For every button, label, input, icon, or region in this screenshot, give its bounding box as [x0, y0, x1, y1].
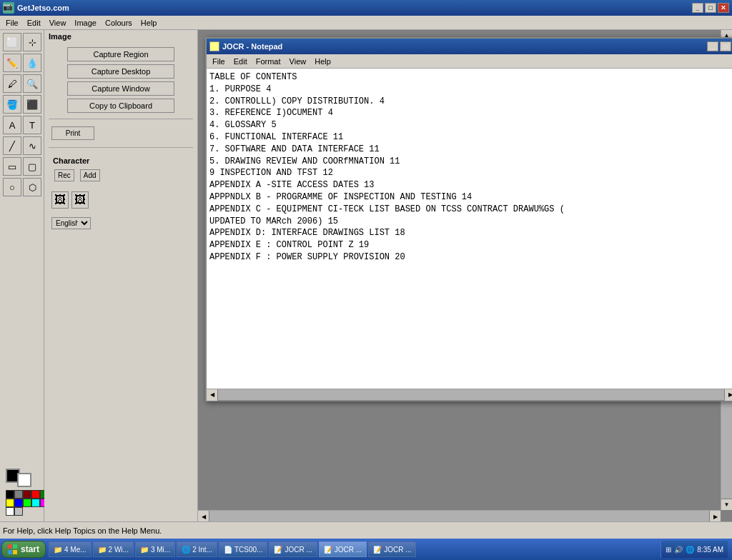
image-panel: Image Capture Region Capture Desktop Cap…: [44, 30, 198, 521]
image-panel-header: Image: [44, 30, 197, 43]
tools-row-4: 🪣 ⬛: [3, 95, 41, 114]
notepad-content-area: TABLE OF CONTENTS 1. PURPOSE 4 2. CONTRO…: [207, 69, 732, 389]
add-button[interactable]: Add: [80, 169, 100, 181]
notepad-text[interactable]: TABLE OF CONTENTS 1. PURPOSE 4 2. CONTRO…: [209, 71, 732, 386]
notepad-minimize-btn[interactable]: _: [707, 41, 718, 51]
tools-column: ⬜ ⊹ ✏️ 💧 🖊 🔍 🪣 ⬛ A T: [0, 30, 44, 521]
tools-row-8: ○ ⬡: [3, 178, 41, 196]
logo-yellow: [13, 550, 17, 554]
palette-area: [3, 466, 41, 519]
color-yellow[interactable]: [6, 499, 14, 507]
text-tool[interactable]: A: [3, 116, 21, 134]
taskbar-item-7[interactable]: 📝 JOCR ...: [368, 541, 416, 557]
notepad-icon: [209, 41, 219, 51]
divider-1: [49, 119, 193, 119]
menu-help[interactable]: Help: [137, 17, 162, 29]
taskbar-item-1[interactable]: 📁 2 Wi...: [93, 541, 134, 557]
scroll-left-btn[interactable]: ◀: [198, 511, 209, 521]
tools-row-3: 🖊 🔍: [3, 74, 41, 93]
background-color[interactable]: [17, 473, 31, 487]
tools-row-1: ⬜ ⊹: [3, 33, 41, 51]
taskbar-item-3[interactable]: 🌐 2 Int...: [177, 541, 217, 557]
notepad-menu-file[interactable]: File: [208, 56, 229, 67]
zoom-tool[interactable]: 🔍: [23, 74, 41, 93]
rec-button[interactable]: Rec: [54, 169, 74, 181]
image-panel-content: Capture Region Capture Desktop Capture W…: [44, 43, 197, 236]
print-button[interactable]: Print: [51, 126, 94, 140]
color-blue[interactable]: [14, 499, 23, 507]
close-button[interactable]: ✕: [718, 3, 729, 13]
image-thumb-1: 🖼: [51, 191, 69, 209]
color-cyan[interactable]: [31, 499, 40, 507]
menu-image[interactable]: Image: [70, 17, 101, 29]
curve-tool[interactable]: ∿: [23, 136, 41, 155]
status-text: For Help, click Help Topics on the Help …: [3, 526, 162, 535]
color-red[interactable]: [31, 490, 40, 499]
maximize-button[interactable]: □: [705, 3, 716, 13]
select-rect-tool[interactable]: ⬜: [3, 33, 21, 51]
scroll-track-h: [209, 511, 709, 521]
notepad-window: JOCR - Notepad _ □ ✕ File Edit Format Vi…: [205, 37, 732, 401]
char-section: Character Rec Add: [49, 154, 193, 186]
menu-view[interactable]: View: [45, 17, 71, 29]
rounded-rect-tool[interactable]: ▢: [23, 157, 41, 176]
start-button[interactable]: start: [1, 541, 46, 558]
color-darkred[interactable]: [23, 490, 31, 499]
type-tool[interactable]: T: [23, 116, 41, 134]
notepad-titlebar: JOCR - Notepad _ □ ✕: [207, 39, 732, 54]
rect-tool[interactable]: ▭: [3, 157, 21, 176]
notepad-window-buttons: _ □ ✕: [707, 41, 732, 51]
eyedrop-tool[interactable]: 💧: [23, 54, 41, 72]
line-tool[interactable]: ╱: [3, 136, 21, 155]
pencil-tool[interactable]: 🖊: [3, 74, 21, 93]
notepad-hscroll-left[interactable]: ◀: [207, 389, 218, 401]
taskbar-item-0[interactable]: 📁 4 Me...: [49, 541, 92, 557]
tools-row-5: A T: [3, 116, 41, 134]
notepad-menu-edit[interactable]: Edit: [229, 56, 252, 67]
language-select[interactable]: English: [51, 217, 91, 229]
notepad-hscroll-right[interactable]: ▶: [724, 389, 732, 401]
polygon-tool[interactable]: ⬡: [23, 178, 41, 196]
capture-region-button[interactable]: Capture Region: [67, 47, 174, 61]
tools-row-2: ✏️ 💧: [3, 54, 41, 72]
taskbar-item-5[interactable]: 📝 JOCR ...: [269, 541, 317, 557]
scroll-down-btn[interactable]: ▼: [721, 499, 732, 510]
fill-tool[interactable]: 🪣: [3, 95, 21, 114]
title-bar-buttons: _ □ ✕: [692, 3, 729, 13]
taskbar-item-2[interactable]: 📁 3 Mi...: [135, 541, 175, 557]
taskbar-right: ⊞ 🔊 🌐 8:35 AM: [661, 541, 731, 558]
capture-desktop-button[interactable]: Capture Desktop: [67, 64, 174, 79]
copy-clipboard-button[interactable]: Copy to Clipboard: [67, 99, 174, 113]
color-black[interactable]: [6, 490, 14, 499]
taskbar-items: 📁 4 Me... 📁 2 Wi... 📁 3 Mi... 🌐 2 Int...…: [49, 541, 416, 557]
color-white[interactable]: [6, 507, 14, 516]
taskbar-item-4[interactable]: 📄 TCS00...: [219, 541, 267, 557]
taskbar-item-6[interactable]: 📝 JOCR ...: [319, 541, 367, 557]
logo-green: [13, 544, 17, 549]
app-window: 📷 GetJetso.com _ □ ✕ File Edit View Imag…: [0, 0, 732, 560]
notepad-menu-view[interactable]: View: [285, 56, 311, 67]
notepad-hscroll-track: [218, 389, 724, 400]
scroll-right-btn[interactable]: ▶: [709, 511, 721, 521]
select-tool[interactable]: ⊹: [23, 33, 41, 51]
logo-blue: [8, 550, 12, 554]
start-label: start: [21, 544, 39, 554]
capture-window-button[interactable]: Capture Window: [67, 81, 174, 96]
lang-section: English: [49, 214, 193, 232]
menu-colours[interactable]: Colours: [101, 17, 137, 29]
brush-tool[interactable]: ✏️: [3, 54, 21, 72]
notepad-scrollbar-h: ◀ ▶: [207, 389, 732, 400]
notepad-maximize-btn[interactable]: □: [720, 41, 731, 51]
color-silver[interactable]: [14, 507, 23, 516]
minimize-button[interactable]: _: [692, 3, 703, 13]
menu-file[interactable]: File: [1, 17, 23, 29]
notepad-menu-format[interactable]: Format: [252, 56, 285, 67]
eraser-tool[interactable]: ⬛: [23, 95, 41, 114]
ellipse-tool[interactable]: ○: [3, 178, 21, 196]
tray-icon-2: 🔊: [674, 546, 683, 554]
color-lime[interactable]: [23, 499, 31, 507]
color-gray[interactable]: [14, 490, 23, 499]
notepad-menu-help[interactable]: Help: [310, 56, 335, 67]
menu-edit[interactable]: Edit: [23, 17, 45, 29]
taskbar: start 📁 4 Me... 📁 2 Wi... 📁 3 Mi... 🌐 2 …: [0, 539, 732, 560]
